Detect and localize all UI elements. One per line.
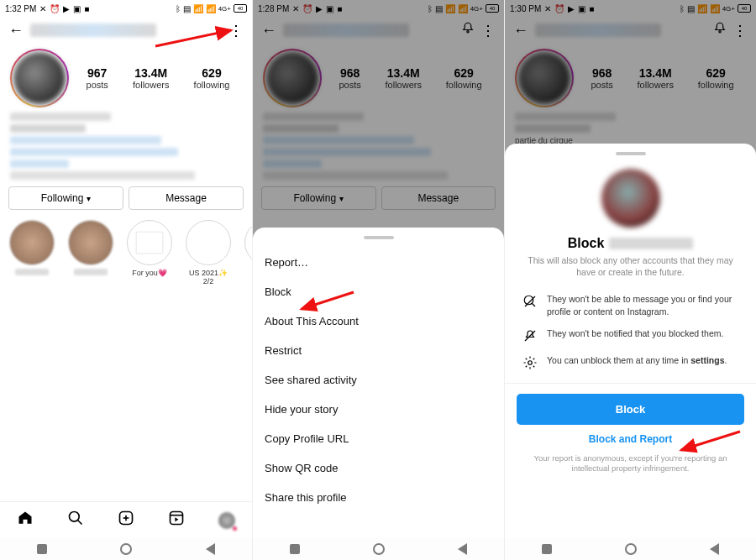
menu-shared[interactable]: See shared activity (265, 365, 492, 395)
block-and-report-button[interactable]: Block and Report (517, 425, 744, 453)
menu-qrcode[interactable]: Show QR code (265, 453, 492, 483)
svg-rect-5 (171, 512, 183, 525)
svg-point-15 (528, 360, 533, 364)
highlight-item[interactable] (66, 220, 116, 285)
screenshot-step-2: 1:28 PM ✕⏰ ▶▣■ ᛒ▤ 📶📶 4G+ 40 ← ⋯ 968p (252, 0, 504, 560)
svg-point-0 (70, 512, 80, 522)
home-icon[interactable] (17, 510, 34, 531)
sim-icon: ▤ (183, 4, 191, 13)
stat-posts[interactable]: 967 posts (87, 66, 108, 90)
svg-line-1 (78, 521, 82, 525)
highlight-item[interactable]: For you💗 (124, 220, 175, 285)
menu-block[interactable]: Block (265, 277, 492, 306)
search-icon[interactable] (67, 510, 84, 531)
battery-icon: 40 (234, 4, 247, 13)
youtube-icon: ▶ (63, 4, 70, 13)
settings-gear-icon (522, 354, 538, 371)
block-target-avatar (601, 169, 660, 228)
back-sys-button[interactable] (206, 543, 215, 555)
blocked-search-icon (522, 293, 538, 310)
screenshot-step-3: 1:30 PM ✕⏰ ▶▣■ ᛒ▤ 📶📶 4G+ 40 ← ⋯ 968p (504, 0, 756, 560)
signal-icon: 📶 (193, 4, 203, 13)
more-options-button[interactable]: ⋯ (228, 24, 246, 37)
bottom-nav (0, 501, 252, 538)
dnd-icon: ✕ (39, 4, 46, 13)
block-confirm-button[interactable]: Block (517, 394, 744, 425)
highlight-item[interactable]: US 20 (242, 220, 252, 285)
options-bottom-sheet: Report… Block About This Account Restric… (253, 228, 504, 538)
block-confirm-sheet: Block This will also block any other acc… (505, 144, 756, 538)
stat-following[interactable]: 629 following (194, 66, 230, 90)
block-target-name-redacted (609, 238, 693, 249)
highlight-item[interactable]: US 2021✨ 2/2 (183, 220, 234, 285)
system-nav (505, 538, 756, 560)
message-button[interactable]: Message (129, 186, 244, 210)
block-info-row: They won't be able to message you or fin… (517, 288, 744, 322)
recents-button[interactable] (37, 544, 47, 554)
home-button[interactable] (120, 543, 132, 555)
svg-line-12 (532, 304, 535, 307)
menu-report[interactable]: Report… (265, 248, 492, 277)
screenshot-step-1: 1:32 PM ✕ ⏰ ▶ ▣ ■ ᛒ ▤ 📶 📶 4G+ 40 ← ⋯ (0, 0, 252, 560)
bell-off-icon (522, 327, 538, 344)
stat-followers[interactable]: 13.4M followers (133, 66, 169, 90)
menu-copyurl[interactable]: Copy Profile URL (265, 424, 492, 453)
menu-share[interactable]: Share this profile (265, 483, 492, 512)
profile-header: 967 posts 13.4M followers 629 following (0, 44, 252, 111)
username-redacted (30, 24, 156, 37)
alarm-icon: ⏰ (50, 4, 60, 13)
menu-restrict[interactable]: Restrict (265, 336, 492, 365)
status-bar: 1:32 PM ✕ ⏰ ▶ ▣ ■ ᛒ ▤ 📶 📶 4G+ 40 (0, 0, 252, 17)
app-bar: ← ⋯ (0, 17, 252, 44)
highlight-item[interactable] (7, 220, 57, 285)
status-time: 1:32 PM (5, 4, 36, 13)
block-info-row: They won't be notified that you blocked … (517, 322, 744, 349)
sheet-grabber[interactable] (364, 236, 394, 239)
chevron-down-icon: ▾ (87, 194, 91, 203)
menu-about[interactable]: About This Account (265, 306, 492, 336)
menu-hidestory[interactable]: Hide your story (265, 395, 492, 424)
story-highlights: For you💗 US 2021✨ 2/2 US 20 (0, 215, 252, 290)
block-subtitle: This will also block any other accounts … (517, 251, 744, 288)
avatar[interactable] (10, 49, 69, 107)
report-disclaimer: Your report is anonymous, except if you'… (517, 453, 744, 474)
new-post-icon[interactable] (118, 510, 134, 531)
stop-icon: ■ (84, 4, 89, 13)
sheet-grabber[interactable] (616, 152, 646, 155)
net-label: 4G+ (218, 5, 231, 13)
system-nav (253, 538, 504, 560)
profile-tab-icon[interactable] (218, 512, 235, 529)
instagram-icon: ▣ (73, 4, 81, 13)
following-button[interactable]: Following ▾ (8, 186, 123, 210)
bluetooth-icon: ᛒ (176, 4, 181, 13)
signal2-icon: 📶 (206, 4, 216, 13)
block-info-row: You can unblock them at any time in sett… (517, 349, 744, 376)
reels-icon[interactable] (168, 510, 185, 531)
system-nav (0, 538, 252, 560)
bio-redacted (10, 113, 242, 180)
back-button[interactable]: ← (8, 22, 24, 39)
block-title: Block (517, 236, 744, 251)
